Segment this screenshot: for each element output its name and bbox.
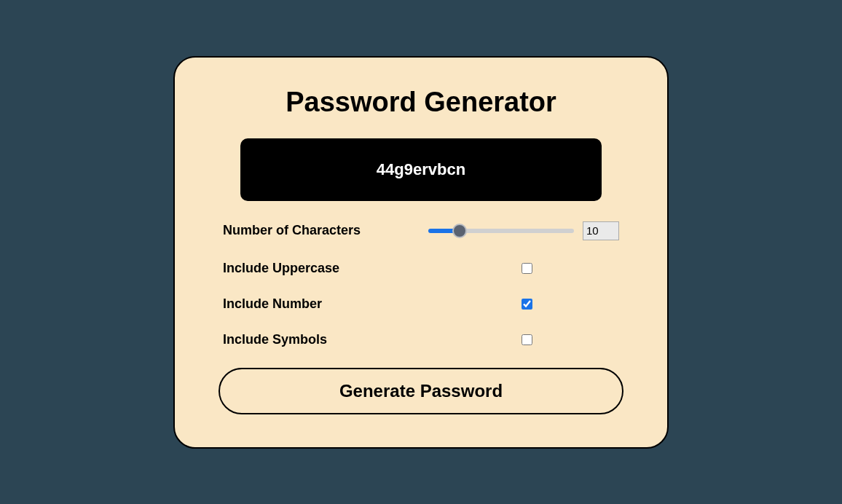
- length-row: Number of Characters: [219, 221, 623, 240]
- length-label: Number of Characters: [223, 223, 361, 238]
- symbols-checkbox[interactable]: [522, 334, 532, 345]
- number-checkbox-cell: [428, 299, 619, 310]
- uppercase-row: Include Uppercase: [219, 261, 623, 276]
- number-checkbox[interactable]: [522, 299, 532, 310]
- generate-button[interactable]: Generate Password: [219, 368, 623, 414]
- uppercase-checkbox-cell: [428, 263, 619, 274]
- symbols-row: Include Symbols: [219, 332, 623, 347]
- length-controls: [428, 221, 619, 240]
- password-generator-card: Password Generator 44g9ervbcn Number of …: [173, 56, 669, 449]
- symbols-checkbox-cell: [428, 334, 619, 345]
- number-label: Include Number: [223, 296, 322, 312]
- symbols-label: Include Symbols: [223, 332, 327, 347]
- length-slider[interactable]: [428, 229, 574, 233]
- uppercase-label: Include Uppercase: [223, 261, 339, 276]
- password-output: 44g9ervbcn: [240, 138, 602, 201]
- number-row: Include Number: [219, 296, 623, 312]
- length-number-input[interactable]: [583, 221, 619, 240]
- uppercase-checkbox[interactable]: [522, 263, 532, 274]
- page-title: Password Generator: [219, 87, 623, 118]
